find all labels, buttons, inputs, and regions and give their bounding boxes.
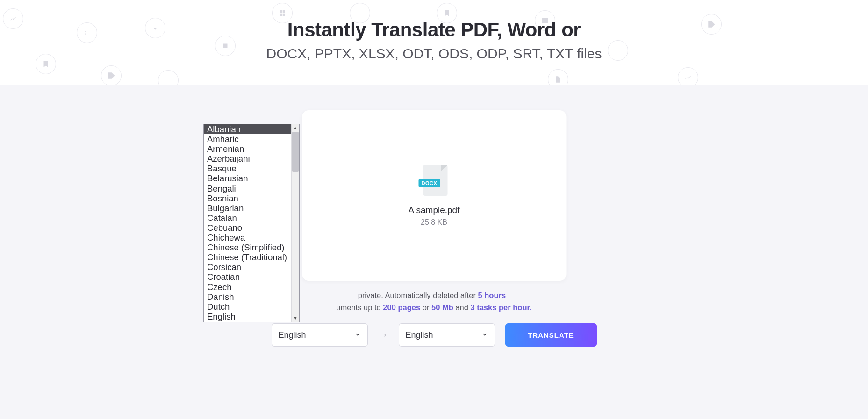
scroll-thumb[interactable] xyxy=(292,132,299,172)
dropdown-item[interactable]: Danish xyxy=(204,292,291,302)
file-preview: DOCX A sample.pdf 25.8 KB xyxy=(409,165,460,227)
dropdown-item[interactable]: Cebuano xyxy=(204,223,291,233)
file-type-badge: DOCX xyxy=(419,179,440,187)
dropdown-item[interactable]: Bosnian xyxy=(204,193,291,203)
info-line2-pre: uments up to xyxy=(336,303,383,312)
upload-card: DOCX A sample.pdf 25.8 KB xyxy=(302,110,566,281)
translate-button[interactable]: TRANSLATE xyxy=(505,323,597,347)
dropdown-item[interactable]: Albanian xyxy=(204,124,291,134)
dropdown-item[interactable]: Bulgarian xyxy=(204,203,291,213)
file-icon: DOCX xyxy=(421,165,448,199)
dropdown-item[interactable]: Armenian xyxy=(204,144,291,154)
language-dropdown[interactable]: AlbanianAmharicArmenianAzerbaijaniBasque… xyxy=(203,124,300,322)
dropdown-item[interactable]: Czech xyxy=(204,282,291,292)
deco-icon xyxy=(101,65,122,86)
dropdown-item[interactable]: Azerbaijani xyxy=(204,154,291,163)
file-size: 25.8 KB xyxy=(409,218,460,227)
info-line1-end: . xyxy=(506,291,510,299)
source-language-select[interactable]: English xyxy=(272,323,368,347)
hero-subtitle: DOCX, PPTX, XLSX, ODT, ODS, ODP, SRT, TX… xyxy=(0,46,868,62)
hero: Instantly Translate PDF, Word or DOCX, P… xyxy=(0,0,868,62)
dropdown-list: AlbanianAmharicArmenianAzerbaijaniBasque… xyxy=(204,124,291,322)
hero-title: Instantly Translate PDF, Word or xyxy=(0,19,868,41)
target-language-value: English xyxy=(406,330,433,340)
info-line2-mid2: and xyxy=(453,303,471,312)
file-name: A sample.pdf xyxy=(409,205,460,215)
arrow-icon: → xyxy=(378,329,388,341)
dropdown-item[interactable]: English xyxy=(204,312,291,321)
scroll-up-icon[interactable]: ▲ xyxy=(292,124,299,132)
dropdown-item[interactable]: Amharic xyxy=(204,134,291,144)
target-language-select[interactable]: English xyxy=(399,323,495,347)
info-hours: 5 hours xyxy=(478,291,506,299)
controls-row: English → English TRANSLATE xyxy=(272,323,597,347)
chevron-down-icon xyxy=(481,331,488,339)
dropdown-item[interactable]: Chinese (Traditional) xyxy=(204,252,291,262)
dropdown-item[interactable]: Croatian xyxy=(204,272,291,282)
scroll-down-icon[interactable]: ▼ xyxy=(292,314,299,322)
dropdown-item[interactable]: Bengali xyxy=(204,184,291,193)
dropdown-scrollbar[interactable]: ▲ ▼ xyxy=(291,124,299,322)
info-tasks: 3 tasks per hour. xyxy=(470,303,531,312)
dropdown-item[interactable]: Basque xyxy=(204,163,291,173)
dropdown-item[interactable]: Catalan xyxy=(204,213,291,223)
chevron-down-icon xyxy=(354,331,361,339)
dropdown-item[interactable]: Belarusian xyxy=(204,173,291,183)
info-line1-mid: private. Automatically deleted after xyxy=(358,291,478,299)
dropdown-item[interactable]: Dutch xyxy=(204,302,291,312)
dropdown-item[interactable]: Chichewa xyxy=(204,233,291,242)
info-line2-mid1: or xyxy=(420,303,431,312)
info-pages: 200 pages xyxy=(383,303,420,312)
dropdown-item[interactable]: Chinese (Simplified) xyxy=(204,242,291,252)
source-language-value: English xyxy=(279,330,306,340)
dropdown-item[interactable]: Corsican xyxy=(204,262,291,272)
info-mb: 50 Mb xyxy=(431,303,453,312)
